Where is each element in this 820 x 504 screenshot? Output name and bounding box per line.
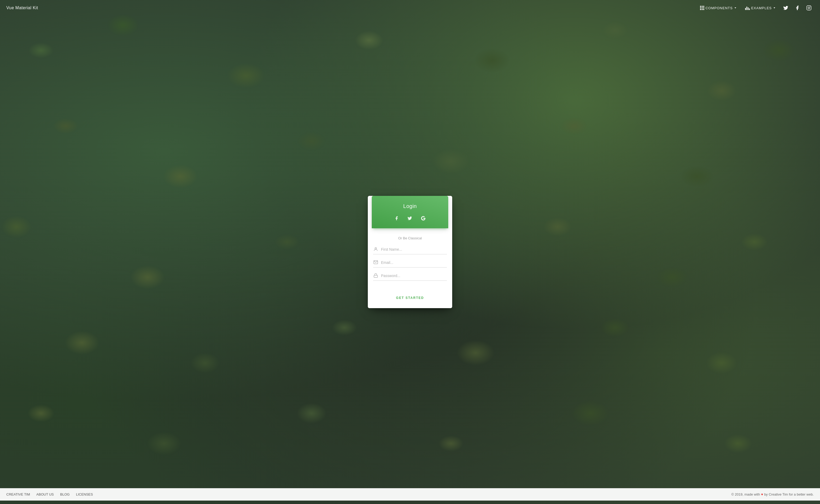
get-started-button[interactable]: GET STARTED bbox=[392, 294, 428, 302]
footer-link-creative-tim[interactable]: CREATIVE TIM bbox=[6, 492, 30, 496]
facebook-login-button[interactable] bbox=[393, 215, 400, 222]
footer-link-licenses[interactable]: LICENSES bbox=[76, 492, 93, 496]
facebook-social-icon bbox=[394, 216, 399, 221]
brand-logo[interactable]: Vue Material Kit bbox=[6, 6, 38, 10]
instagram-icon[interactable] bbox=[804, 3, 814, 13]
card-wrapper: Login bbox=[368, 196, 452, 308]
footer-link-blog[interactable]: BLOG bbox=[60, 492, 70, 496]
first-name-input[interactable] bbox=[381, 247, 447, 252]
footer: CREATIVE TIM ABOUT US BLOG LICENSES © 20… bbox=[0, 488, 820, 501]
svg-rect-0 bbox=[807, 6, 811, 10]
divider-text: Or Be Classical bbox=[373, 236, 447, 240]
heart-icon: ♥ bbox=[761, 492, 763, 496]
examples-label: EXAMPLES bbox=[751, 6, 772, 10]
navbar: Vue Material Kit COMPONENTS bbox=[0, 0, 820, 16]
navbar-right: COMPONENTS EXAMPLES bbox=[697, 3, 814, 13]
lock-icon bbox=[373, 273, 378, 278]
svg-point-1 bbox=[808, 7, 810, 9]
card-body: Or Be Classical bbox=[368, 228, 452, 291]
twitter-login-button[interactable] bbox=[406, 215, 413, 222]
social-icons bbox=[377, 215, 443, 222]
google-social-icon bbox=[421, 216, 426, 221]
email-group bbox=[373, 260, 447, 268]
card-header: Login bbox=[372, 196, 448, 228]
footer-copyright: © 2019, made with ♥ by Creative Tim for … bbox=[731, 492, 814, 496]
components-nav-item[interactable]: COMPONENTS bbox=[697, 4, 740, 12]
examples-nav-item[interactable]: EXAMPLES bbox=[742, 4, 779, 12]
twitter-social-icon bbox=[407, 216, 412, 221]
card-title: Login bbox=[377, 203, 443, 209]
grid-icon bbox=[700, 6, 704, 10]
first-name-group bbox=[373, 246, 447, 254]
components-label: COMPONENTS bbox=[706, 6, 733, 10]
svg-point-2 bbox=[810, 7, 811, 7]
footer-links: CREATIVE TIM ABOUT US BLOG LICENSES bbox=[6, 492, 93, 496]
examples-icon bbox=[745, 6, 750, 10]
google-login-button[interactable] bbox=[419, 215, 427, 222]
main-content: Login bbox=[0, 16, 820, 488]
chevron-down-icon-2 bbox=[773, 7, 776, 9]
svg-point-3 bbox=[375, 248, 377, 249]
facebook-icon[interactable] bbox=[793, 3, 802, 13]
password-group bbox=[373, 273, 447, 281]
chevron-down-icon bbox=[734, 7, 737, 9]
login-card: Login bbox=[368, 196, 452, 308]
twitter-icon[interactable] bbox=[781, 3, 790, 13]
footer-link-about-us[interactable]: ABOUT US bbox=[36, 492, 54, 496]
person-icon bbox=[373, 246, 378, 252]
email-input[interactable] bbox=[381, 260, 447, 265]
card-footer: GET STARTED bbox=[368, 291, 452, 308]
password-input[interactable] bbox=[381, 273, 447, 278]
email-icon bbox=[373, 260, 378, 265]
svg-rect-5 bbox=[374, 275, 378, 277]
